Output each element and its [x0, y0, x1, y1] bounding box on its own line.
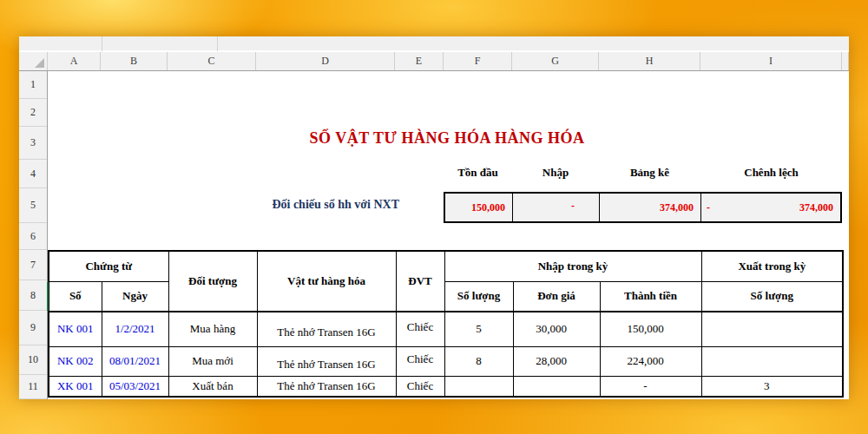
header-doi-tuong[interactable]: Đối tượng — [168, 251, 257, 312]
header-nhap-trong-ky[interactable]: Nhập trong kỳ — [444, 251, 701, 281]
header-ngay[interactable]: Ngày — [102, 281, 168, 312]
cell-date[interactable]: 1/2/2021 — [102, 312, 168, 346]
header-don-gia[interactable]: Đơn giá — [513, 281, 600, 312]
cell-doc-number[interactable]: NK 001 — [49, 312, 102, 346]
row-header-4[interactable]: 4 — [19, 160, 47, 188]
row-header-5[interactable]: 5 — [19, 188, 47, 223]
cell-thanh-tien[interactable]: 150,000 — [600, 312, 701, 346]
select-all-icon — [35, 58, 44, 68]
column-header-b[interactable]: B — [101, 52, 168, 70]
column-header-g[interactable]: G — [512, 52, 599, 70]
cell-thanh-tien[interactable]: - — [600, 376, 701, 397]
sheet-title[interactable]: SỔ VẬT TƯ HÀNG HÓA HÀNG HÓA — [256, 129, 638, 152]
cell-doc-number[interactable]: XK 001 — [49, 376, 102, 397]
cell-doi-tuong[interactable]: Mua hàng — [168, 312, 257, 346]
row-header-7[interactable]: 7 — [19, 250, 47, 280]
column-header-a[interactable]: A — [48, 52, 101, 70]
select-all-button[interactable] — [19, 52, 48, 70]
header-chung-tu[interactable]: Chứng từ — [49, 251, 168, 281]
header-thanh-tien[interactable]: Thành tiền — [600, 281, 701, 312]
chenh-lech-sign: - — [707, 201, 710, 214]
cell-so-luong-xuat[interactable] — [701, 312, 843, 346]
cell-date[interactable]: 08/01/2021 — [102, 346, 168, 376]
row-headers: 1 2 3 4 5 6 7 8 9 10 11 — [19, 71, 48, 399]
cell-vat-tu[interactable]: Thẻ nhớ Transen 16G — [257, 346, 396, 376]
row-header-6[interactable]: 6 — [19, 223, 47, 250]
cell-date[interactable]: 05/03/2021 — [102, 376, 168, 397]
header-so-luong-nhap[interactable]: Số lượng — [444, 281, 513, 312]
row-header-10[interactable]: 10 — [19, 345, 47, 375]
row-header-9[interactable]: 9 — [19, 311, 47, 345]
row-header-11[interactable]: 11 — [19, 375, 47, 399]
cell-doi-tuong[interactable]: Xuất bán — [168, 376, 257, 397]
summary-header-nhap[interactable]: Nhập — [512, 164, 599, 181]
namebox-divider — [102, 36, 102, 51]
cell-vat-tu[interactable]: Thẻ nhớ Transen 16G — [257, 376, 396, 397]
header-so-luong-xuat[interactable]: Số lượng — [701, 281, 843, 312]
summary-value-bang-ke[interactable]: 374,000 — [600, 194, 701, 221]
summary-value-nhap[interactable]: - — [513, 194, 600, 221]
column-header-filler — [842, 52, 849, 70]
row-header-8[interactable]: 8 — [19, 280, 47, 311]
header-vat-tu[interactable]: Vật tư hàng hóa — [257, 251, 396, 312]
header-dvt[interactable]: ĐVT — [396, 251, 444, 312]
cell-so-luong-xuat[interactable] — [701, 346, 843, 376]
cell-doi-tuong[interactable]: Mua mới — [168, 346, 257, 376]
formula-divider — [217, 36, 218, 51]
summary-header-chenh-lech[interactable]: Chênh lệch — [700, 164, 842, 181]
cell-don-gia[interactable] — [513, 376, 600, 397]
cell-dvt[interactable]: Chiếc — [396, 312, 444, 346]
cell-dvt[interactable]: Chiếc — [396, 346, 444, 376]
cell-doc-number[interactable]: NK 002 — [49, 346, 102, 376]
spreadsheet-window: A B C D E F G H I 1 2 3 4 5 6 7 8 9 10 1… — [19, 36, 849, 399]
cell-thanh-tien[interactable]: 224,000 — [600, 346, 701, 376]
summary-header-ton-dau[interactable]: Tồn đầu — [444, 164, 512, 181]
cell-so-luong-xuat[interactable]: 3 — [701, 376, 843, 397]
formula-bar-edge — [19, 36, 849, 51]
column-header-d[interactable]: D — [256, 52, 395, 70]
cell-so-luong-nhap[interactable] — [444, 376, 513, 397]
cell-so-luong-nhap[interactable]: 8 — [444, 346, 513, 376]
active-cell-indicator — [47, 282, 49, 311]
summary-value-ton-dau[interactable]: 150,000 — [445, 194, 513, 221]
chenh-lech-value: 374,000 — [799, 201, 833, 214]
table-row: XK 001 05/03/2021 Xuất bán Thẻ nhớ Trans… — [49, 376, 843, 397]
cell-so-luong-nhap[interactable]: 5 — [444, 312, 513, 346]
column-headers: A B C D E F G H I — [19, 52, 849, 71]
summary-value-strip: 150,000 - 374,000 - 374,000 — [444, 192, 842, 223]
cell-vat-tu[interactable]: Thẻ nhớ Transen 16G — [257, 312, 396, 346]
inventory-table: Chứng từ Đối tượng Vật tư hàng hóa ĐVT N… — [48, 250, 844, 398]
header-xuat-trong-ky[interactable]: Xuất trong kỳ — [701, 251, 843, 281]
column-header-i[interactable]: I — [700, 52, 842, 70]
column-header-f[interactable]: F — [444, 52, 512, 70]
column-header-h[interactable]: H — [599, 52, 700, 70]
table-row: NK 001 1/2/2021 Mua hàng Thẻ nhớ Transen… — [49, 312, 843, 346]
column-header-e[interactable]: E — [395, 52, 444, 70]
summary-header-bang-ke[interactable]: Bảng kê — [599, 164, 700, 181]
cell-don-gia[interactable]: 30,000 — [513, 312, 600, 346]
row-header-2[interactable]: 2 — [19, 99, 47, 127]
row-header-1[interactable]: 1 — [19, 71, 47, 99]
column-header-c[interactable]: C — [168, 52, 256, 70]
table-row: NK 002 08/01/2021 Mua mới Thẻ nhớ Transe… — [49, 346, 843, 376]
header-so[interactable]: Số — [49, 281, 102, 312]
cell-don-gia[interactable]: 28,000 — [513, 346, 600, 376]
row-header-3[interactable]: 3 — [19, 127, 47, 160]
summary-value-chenh-lech[interactable]: - 374,000 — [701, 194, 840, 221]
reconcile-label[interactable]: Đối chiếu sổ hh với NXT — [174, 196, 399, 214]
cell-dvt[interactable]: Chiếc — [396, 376, 444, 397]
